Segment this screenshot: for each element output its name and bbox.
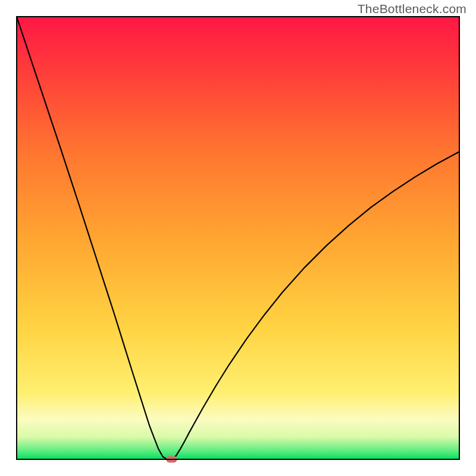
chart-container: TheBottleneck.com [0,0,476,476]
bottleneck-curve-chart [0,0,476,476]
plot-background [17,17,459,459]
watermark-text: TheBottleneck.com [358,2,466,16]
